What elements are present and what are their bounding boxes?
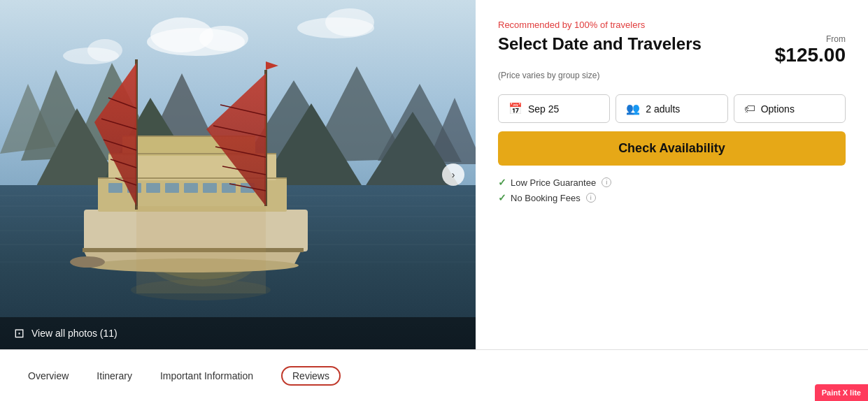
info-icon-2[interactable]: i [586, 193, 596, 203]
checkmark-icon-1: ✓ [498, 177, 506, 188]
price-from-label: From [775, 34, 846, 44]
low-price-guarantee: ✓ Low Price Guarantee i [498, 177, 846, 188]
nav-itinerary[interactable]: Itinerary [97, 367, 132, 384]
svg-rect-38 [146, 183, 160, 193]
price-note: (Price varies by group size) [498, 71, 846, 80]
selectors-row: 📅 Sep 25 👥 2 adults 🏷 Options [498, 94, 846, 123]
guarantees: ✓ Low Price Guarantee i ✓ No Booking Fee… [498, 177, 846, 203]
options-selector[interactable]: 🏷 Options [734, 94, 846, 123]
page-title: Select Date and Travelers [498, 34, 702, 54]
svg-point-64 [131, 279, 271, 300]
travelers-icon: 👥 [626, 102, 640, 115]
guarantee1-label: Low Price Guarantee [511, 177, 596, 188]
svg-rect-39 [165, 183, 179, 193]
options-icon: 🏷 [744, 103, 755, 115]
svg-point-7 [87, 39, 122, 61]
date-selector[interactable]: 📅 Sep 25 [498, 94, 610, 123]
price-block: From $125.00 [775, 34, 846, 66]
options-label: Options [761, 103, 795, 115]
photos-bar[interactable]: ⊡ View all photos (11) [0, 317, 476, 349]
title-price-row: Select Date and Travelers From $125.00 [498, 34, 846, 66]
svg-point-3 [199, 26, 248, 51]
booking-panel: Recommended by 100% of travelers Select … [476, 0, 868, 349]
bottom-nav: Overview Itinerary Important Information… [0, 349, 868, 401]
scene-svg [0, 0, 476, 349]
travelers-selector[interactable]: 👥 2 adults [616, 94, 727, 123]
nav-reviews[interactable]: Reviews [281, 366, 341, 386]
no-booking-fees: ✓ No Booking Fees i [498, 192, 846, 203]
calendar-icon: 📅 [508, 102, 522, 115]
svg-rect-36 [108, 183, 122, 193]
date-label: Sep 25 [528, 103, 559, 115]
svg-point-62 [70, 256, 105, 268]
info-icon-1[interactable]: i [602, 177, 611, 187]
svg-rect-40 [184, 183, 198, 193]
check-availability-button[interactable]: Check Availability [498, 131, 846, 166]
svg-point-5 [325, 8, 374, 36]
main-container: › ⊡ View all photos (11) Recommended by … [0, 0, 868, 401]
chevron-right-icon: › [452, 169, 455, 180]
price-amount: $125.00 [775, 44, 846, 66]
nav-overview[interactable]: Overview [28, 367, 69, 384]
image-section: › ⊡ View all photos (11) [0, 0, 476, 349]
recommended-text: Recommended by 100% of travelers [498, 20, 846, 30]
camera-icon: ⊡ [14, 326, 24, 341]
checkmark-icon-2: ✓ [498, 192, 506, 203]
svg-rect-41 [203, 183, 217, 193]
hero-image: › ⊡ View all photos (11) [0, 0, 476, 349]
nav-important-information[interactable]: Important Information [160, 367, 253, 384]
travelers-label: 2 adults [646, 103, 680, 115]
paintx-badge: Paint X lite [815, 384, 868, 401]
guarantee2-label: No Booking Fees [511, 193, 581, 203]
top-section: › ⊡ View all photos (11) Recommended by … [0, 0, 868, 349]
photos-label: View all photos (11) [31, 328, 118, 339]
next-arrow[interactable]: › [442, 163, 464, 186]
